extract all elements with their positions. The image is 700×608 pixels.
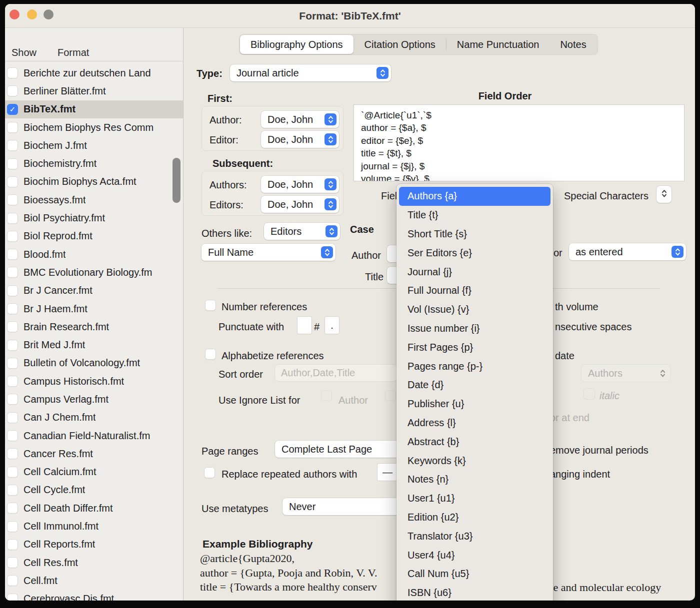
show-checkbox[interactable]: ✓ (7, 122, 18, 133)
format-list-item[interactable]: ✓ Campus Historisch.fmt (5, 372, 183, 390)
show-checkbox[interactable]: ✓ (7, 85, 18, 96)
format-list-item[interactable]: ✓ Cell.fmt (5, 572, 183, 590)
field-menu-item[interactable]: Date {d} (399, 376, 550, 395)
alphabetize-references-checkbox[interactable] (205, 349, 216, 360)
show-checkbox[interactable]: ✓ (7, 303, 18, 314)
field-menu-item[interactable]: Abstract {b} (399, 432, 550, 451)
format-list-item[interactable]: ✓ Cancer Res.fmt (5, 445, 183, 463)
show-checkbox[interactable]: ✓ (7, 485, 18, 496)
show-checkbox[interactable]: ✓ (7, 213, 18, 224)
show-checkbox[interactable]: ✓ (7, 158, 18, 169)
field-menu-item[interactable]: Journal {j} (399, 262, 550, 281)
use-metatypes-dropdown[interactable]: Never (282, 498, 398, 515)
show-checkbox[interactable]: ✓ (7, 412, 18, 423)
field-order-editor[interactable]: `@Article{`u1`,`$ author = {$a}, $ edito… (354, 105, 684, 181)
show-checkbox[interactable]: ✓ (7, 321, 18, 332)
show-checkbox[interactable]: ✓ (7, 557, 18, 568)
show-checkbox[interactable]: ✓ (7, 140, 18, 151)
replace-repeated-authors-checkbox[interactable] (204, 467, 215, 478)
show-checkbox[interactable]: ✓ (7, 376, 18, 387)
subsequent-editors-dropdown[interactable]: Doe, John (261, 196, 339, 213)
format-list-item[interactable]: ✓ BibTeX.fmt (5, 100, 183, 118)
page-ranges-dropdown[interactable]: Complete Last Page (275, 441, 397, 458)
tab[interactable]: Bibliography Options (240, 35, 354, 54)
field-menu-item[interactable]: Publisher {u} (399, 395, 550, 414)
field-menu-item[interactable]: Edition {u2} (399, 508, 550, 527)
others-like-dropdown[interactable]: Editors (264, 223, 340, 240)
replace-dash-field[interactable]: — (378, 464, 398, 481)
show-checkbox[interactable]: ✓ (7, 231, 18, 242)
format-list-item[interactable]: ✓ Bioessays.fmt (5, 191, 183, 209)
show-checkbox[interactable]: ✓ (7, 467, 18, 478)
field-menu-item[interactable]: ISBN {u6} (399, 584, 550, 601)
field-menu-item[interactable]: First Pages {p} (399, 338, 550, 357)
show-checkbox[interactable]: ✓ (7, 358, 18, 369)
format-list-item[interactable]: ✓ Biol Reprod.fmt (5, 227, 183, 245)
tab[interactable]: Name Punctuation (446, 35, 550, 54)
format-list-item[interactable]: ✓ Cell Calcium.fmt (5, 463, 183, 481)
name-display-dropdown[interactable]: Full Name (202, 244, 336, 261)
field-menu-item[interactable]: Address {l} (399, 414, 550, 433)
show-checkbox[interactable]: ✓ (7, 394, 18, 405)
format-list-item[interactable]: ✓ Biochim Biophys Acta.fmt (5, 173, 183, 191)
format-list-item[interactable]: ✓ Can J Chem.fmt (5, 409, 183, 427)
field-menu-item[interactable]: Issue number {i} (399, 319, 550, 338)
show-checkbox[interactable]: ✓ (7, 575, 18, 586)
show-checkbox[interactable]: ✓ (7, 521, 18, 532)
format-list-item[interactable]: ✓ Br J Cancer.fmt (5, 282, 183, 300)
special-characters-stepper[interactable] (656, 186, 672, 203)
ignore-author-checkbox[interactable] (321, 390, 332, 401)
ignore-title-checkbox[interactable] (385, 390, 396, 401)
field-menu-item[interactable]: Translator {u3} (399, 527, 550, 546)
field-menu-item[interactable]: Pages range {p-} (399, 357, 550, 376)
italic-checkbox[interactable] (584, 388, 595, 400)
first-editor-dropdown[interactable]: Doe, John (261, 131, 339, 148)
punctuate-after-field[interactable]: . (325, 317, 339, 334)
format-list-item[interactable]: ✓ Cell Death Differ.fmt (5, 499, 183, 517)
format-list-item[interactable]: ✓ Cell Cycle.fmt (5, 481, 183, 499)
field-menu-item[interactable]: Title {t} (399, 206, 550, 225)
format-list-item[interactable]: ✓ Biochem Biophys Res Comm (5, 118, 183, 136)
field-menu-item[interactable]: User4 {u4} (399, 546, 550, 565)
format-list-item[interactable]: ✓ Berliner Blätter.fmt (5, 82, 183, 100)
format-list-item[interactable]: ✓ Blood.fmt (5, 245, 183, 263)
show-checkbox[interactable]: ✓ (7, 194, 18, 205)
format-list-item[interactable]: ✓ Campus Verlag.fmt (5, 390, 183, 408)
first-author-dropdown[interactable]: Doe, John (261, 111, 339, 128)
format-list-item[interactable]: ✓ Cell Immunol.fmt (5, 517, 183, 535)
type-dropdown[interactable]: Journal article (230, 64, 391, 81)
format-list-item[interactable]: ✓ Biochemistry.fmt (5, 154, 183, 172)
format-list-item[interactable]: ✓ Br J Haem.fmt (5, 300, 183, 318)
field-menu-item[interactable]: Ser Editors {e} (399, 243, 550, 262)
subsequent-authors-dropdown[interactable]: Doe, John (261, 176, 339, 193)
show-checkbox[interactable]: ✓ (7, 67, 18, 78)
format-list-item[interactable]: ✓ Cerebrovasc Dis.fmt (5, 590, 183, 601)
show-checkbox[interactable]: ✓ (7, 503, 18, 514)
field-menu-item[interactable]: Short Title {s} (399, 225, 550, 244)
format-list-item[interactable]: ✓ Bulletin of Volcanology.fmt (5, 354, 183, 372)
as-entered-dropdown[interactable]: as entered (569, 243, 686, 260)
field-menu-item[interactable]: User1 {u1} (399, 489, 550, 508)
format-list-item[interactable]: ✓ Cell Res.fmt (5, 554, 183, 572)
field-menu-item[interactable]: Vol (Issue) {v} (399, 300, 550, 319)
tab[interactable]: Citation Options (354, 35, 446, 54)
punctuate-before-field[interactable] (298, 317, 312, 334)
format-list-item[interactable]: ✓ Canadian Field-Naturalist.fm (5, 427, 183, 445)
field-menu-item[interactable]: Notes {n} (399, 470, 550, 489)
field-menu-item[interactable]: Keywords {k} (399, 451, 550, 470)
field-menu-item[interactable]: Full Journal {f} (399, 281, 550, 300)
format-list-item[interactable]: ✓ Biochem J.fmt (5, 136, 183, 154)
format-list-item[interactable]: ✓ Biol Psychiatry.fmt (5, 209, 183, 227)
sidebar-scrollbar-thumb[interactable] (172, 158, 180, 203)
field-menu-item[interactable]: Call Num {u5} (399, 565, 550, 584)
format-list-item[interactable]: ✓ BMC Evolutionary Biology.fm (5, 263, 183, 281)
field-menu-item[interactable]: Authors {a} (399, 187, 550, 206)
show-checkbox[interactable]: ✓ (7, 448, 18, 459)
show-checkbox[interactable]: ✓ (7, 104, 18, 115)
show-checkbox[interactable]: ✓ (7, 340, 18, 351)
format-list-item[interactable]: ✓ Berichte zur deutschen Land (5, 64, 183, 82)
show-checkbox[interactable]: ✓ (7, 285, 18, 296)
number-references-checkbox[interactable] (205, 300, 216, 311)
show-checkbox[interactable]: ✓ (7, 594, 18, 601)
sort-order-field[interactable]: Author,Date,Title (275, 365, 397, 381)
